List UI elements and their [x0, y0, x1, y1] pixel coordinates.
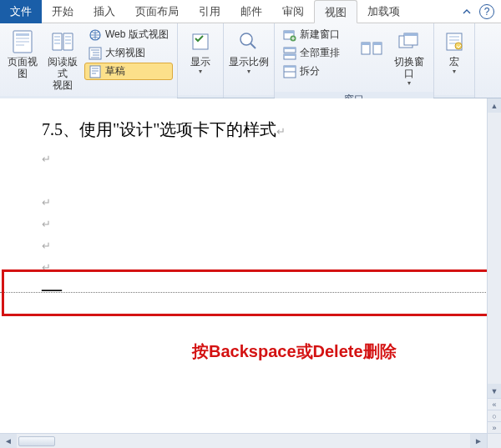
scroll-down-icon[interactable]: ▼ — [488, 384, 501, 398]
hscroll-track[interactable] — [17, 434, 470, 449]
show-button[interactable]: 显示 ▾ — [182, 26, 219, 93]
scroll-left-icon[interactable]: ◄ — [0, 434, 17, 449]
arrange-all-icon — [283, 47, 296, 60]
svg-rect-4 — [16, 44, 24, 46]
tab-view[interactable]: 视图 — [314, 0, 357, 23]
arrange-all-label: 全部重排 — [300, 46, 340, 60]
draft-label: 草稿 — [105, 64, 125, 78]
chevron-down-icon: ▾ — [453, 68, 456, 75]
scroll-right-icon[interactable]: ► — [470, 434, 487, 449]
web-layout-button[interactable]: Web 版式视图 — [84, 26, 173, 43]
outline-button[interactable]: 大纲视图 — [84, 44, 173, 62]
tab-addins[interactable]: 加载项 — [357, 0, 410, 23]
group-doc-views: 页面视图 阅读版式 视图 Web 版式视图 大纲视图 — [0, 23, 178, 98]
web-layout-label: Web 版式视图 — [105, 28, 169, 42]
group-macros-label — [434, 95, 474, 98]
svg-rect-1 — [16, 33, 29, 36]
group-zoom: 显示比例 ▾ — [224, 23, 275, 98]
para-mark-icon: ↵ — [42, 153, 51, 165]
group-show: 显示 ▾ — [178, 23, 224, 98]
switch-window-button[interactable]: 切换窗口 ▾ — [389, 26, 429, 89]
prev-page-icon[interactable]: « — [488, 398, 501, 410]
switch-window-label: 切换窗口 — [390, 56, 428, 79]
hscroll-thumb[interactable] — [18, 436, 55, 446]
vertical-scrollbar[interactable]: ▲ ▼ « ○ » — [487, 98, 501, 433]
new-window-button[interactable]: 新建窗口 — [279, 26, 344, 43]
show-label: 显示 — [190, 56, 210, 68]
chevron-down-icon: ▾ — [247, 68, 250, 75]
switch-window-icon — [396, 28, 423, 55]
next-page-icon[interactable]: » — [488, 421, 501, 433]
svg-rect-22 — [373, 43, 382, 45]
scroll-track[interactable] — [488, 113, 501, 384]
scroll-corner — [487, 433, 501, 448]
tab-page-layout[interactable]: 页面布局 — [125, 0, 189, 23]
group-window: 新建窗口 全部重排 拆分 切换窗口 ▾ — [275, 23, 434, 98]
svg-rect-7 — [90, 66, 100, 78]
side-by-side-icon — [361, 42, 382, 57]
group-macros: 宏 ▾ — [434, 23, 475, 98]
svg-point-9 — [240, 33, 252, 45]
svg-point-27 — [455, 43, 462, 49]
show-icon — [187, 28, 214, 55]
doc-heading: 7.5、使用"设计"选项卡下的样式↵ — [42, 118, 493, 141]
svg-rect-21 — [362, 43, 370, 45]
annotation-text: 按Backspace或Delete删除 — [192, 340, 397, 363]
zoom-button[interactable]: 显示比例 ▾ — [228, 26, 270, 93]
document-content: 7.5、使用"设计"选项卡下的样式↵ ↵ ↵ ↵ ↵ ↵ — — [0, 98, 501, 433]
para-mark-icon: ↵ — [42, 196, 51, 209]
arrange-all-button[interactable]: 全部重排 — [279, 44, 344, 62]
outline-label: 大纲视图 — [105, 46, 145, 60]
svg-rect-3 — [16, 41, 29, 43]
para-mark-icon: ↵ — [42, 239, 51, 252]
macros-icon — [441, 28, 468, 55]
zoom-label: 显示比例 — [229, 56, 269, 68]
svg-rect-11 — [284, 31, 294, 33]
zoom-icon — [235, 28, 262, 55]
annotation-highlight-box — [2, 269, 499, 316]
draft-button[interactable]: 草稿 — [84, 63, 173, 80]
tab-home[interactable]: 开始 — [42, 0, 84, 23]
split-label: 拆分 — [300, 64, 320, 78]
svg-rect-15 — [284, 48, 296, 49]
svg-rect-16 — [284, 54, 296, 56]
tab-mailings[interactable]: 邮件 — [230, 0, 272, 23]
view-side-by-side-button[interactable] — [357, 39, 386, 76]
web-layout-icon — [89, 28, 102, 42]
macros-button[interactable]: 宏 ▾ — [438, 26, 470, 93]
draft-icon — [89, 65, 102, 78]
para-mark-icon: ↵ — [276, 125, 286, 138]
tab-file[interactable]: 文件 — [0, 0, 42, 23]
group-zoom-label — [224, 95, 274, 98]
reading-view-label: 阅读版式 视图 — [45, 56, 80, 91]
tab-review[interactable]: 审阅 — [272, 0, 314, 23]
chevron-down-icon: ▾ — [199, 68, 202, 75]
minimize-ribbon-icon[interactable] — [459, 4, 474, 19]
help-icon[interactable]: ? — [479, 4, 494, 19]
browse-object-icon[interactable]: ○ — [488, 410, 501, 421]
svg-rect-8 — [193, 34, 208, 49]
reading-view-icon — [49, 28, 76, 55]
horizontal-scrollbar[interactable]: ◄ ► — [0, 433, 487, 448]
ribbon-tabs: 文件 开始 插入 页面布局 引用 邮件 审阅 视图 加载项 ? — [0, 0, 501, 23]
page-view-button[interactable]: 页面视图 — [4, 26, 41, 93]
ribbon: 页面视图 阅读版式 视图 Web 版式视图 大纲视图 — [0, 23, 501, 98]
macros-label: 宏 — [449, 56, 459, 68]
scroll-up-icon[interactable]: ▲ — [488, 98, 501, 113]
reading-view-button[interactable]: 阅读版式 视图 — [44, 26, 81, 93]
svg-rect-2 — [16, 38, 29, 39]
page-view-icon — [9, 28, 36, 55]
tab-references[interactable]: 引用 — [189, 0, 230, 23]
outline-icon — [89, 47, 102, 60]
split-icon — [283, 65, 296, 78]
para-mark-icon: ↵ — [42, 218, 51, 230]
document-area[interactable]: 7.5、使用"设计"选项卡下的样式↵ ↵ ↵ ↵ ↵ ↵ — 按Backspac… — [0, 98, 501, 433]
new-window-label: 新建窗口 — [300, 28, 340, 42]
split-button[interactable]: 拆分 — [279, 63, 344, 80]
svg-rect-18 — [284, 66, 296, 68]
svg-rect-25 — [404, 33, 418, 36]
chevron-down-icon: ▾ — [407, 79, 411, 87]
heading-text: 7.5、使用"设计"选项卡下的样式 — [42, 120, 276, 138]
group-show-label — [178, 95, 223, 98]
tab-insert[interactable]: 插入 — [84, 0, 125, 23]
